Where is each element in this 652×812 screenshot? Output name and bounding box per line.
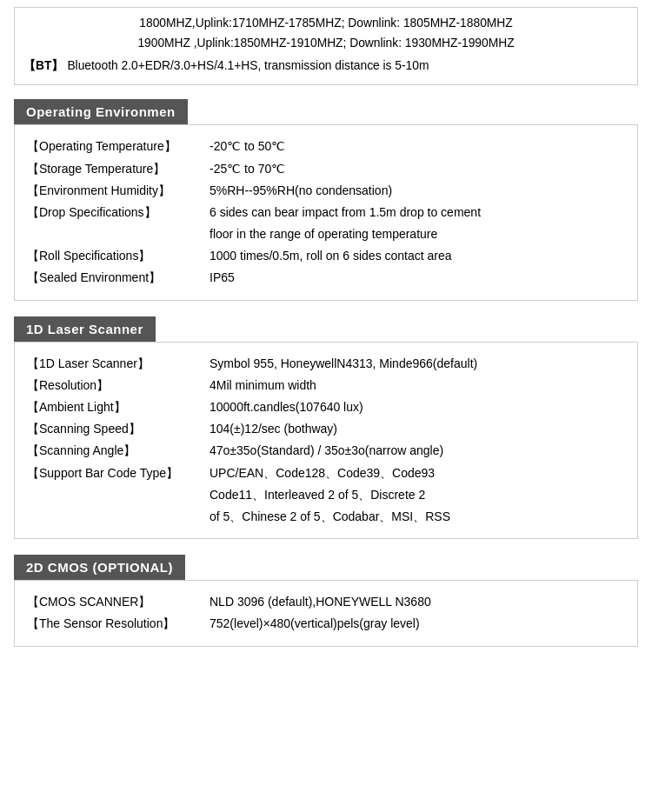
operating-env-title: Operating Environmen <box>26 104 176 119</box>
spec-value: NLD 3096 (default),HONEYWELL N3680 <box>210 591 625 613</box>
laser-scanner-section: 1D Laser Scanner 【1D Laser Scanner】 Symb… <box>14 316 638 540</box>
list-item: 【Storage Temperature】 -25℃ to 70℃ <box>27 158 625 180</box>
spec-label: 【Resolution】 <box>27 375 210 396</box>
spec-value: 10000ft.candles(107640 lux) <box>210 396 625 418</box>
list-item: 【Environment Humidity】 5%RH--95%RH(no co… <box>27 180 625 202</box>
cmos-section: 2D CMOS (OPTIONAL) 【CMOS SCANNER】 NLD 30… <box>14 555 638 646</box>
list-item: 【Scanning Speed】 104(±)12/sec (bothway) <box>27 418 625 440</box>
list-item: 【Drop Specifications】 6 sides can bear i… <box>27 202 625 223</box>
spec-value: Symbol 955, HoneywellN4313, Minde966(def… <box>210 353 625 375</box>
spec-value: UPC/EAN、Code128、Code39、Code93 <box>210 463 625 484</box>
spec-label: 【Scanning Speed】 <box>27 418 210 440</box>
spec-value: -25℃ to 70℃ <box>210 158 625 180</box>
list-item: 【1D Laser Scanner】 Symbol 955, Honeywell… <box>27 353 625 375</box>
bt-label: 【BT】 <box>23 56 63 76</box>
bt-row: 【BT】 Bluetooth 2.0+EDR/3.0+HS/4.1+HS, tr… <box>23 56 629 76</box>
spec-value: -20℃ to 50℃ <box>210 136 625 157</box>
spec-label: 【Environment Humidity】 <box>27 180 210 202</box>
spec-label: 【Ambient Light】 <box>27 396 210 418</box>
list-item: 【Resolution】 4Mil minimum width <box>27 375 625 396</box>
cmos-title: 2D CMOS (OPTIONAL) <box>26 560 173 575</box>
spec-continuation: of 5、Chinese 2 of 5、Codabar、MSI、RSS <box>210 506 625 528</box>
spec-continuation: Code11、Interleaved 2 of 5、Discrete 2 <box>210 484 625 506</box>
spec-value: 752(level)×480(vertical)pels(gray level) <box>210 613 625 635</box>
spec-label: 【CMOS SCANNER】 <box>27 591 210 613</box>
spec-value: 4Mil minimum width <box>210 375 625 396</box>
spec-label: 【Storage Temperature】 <box>27 158 210 180</box>
laser-scanner-title: 1D Laser Scanner <box>26 322 143 336</box>
spec-label: 【Scanning Angle】 <box>27 440 210 462</box>
list-item: 【Sealed Environment】 IP65 <box>27 267 625 289</box>
spec-label: 【Operating Temperature】 <box>27 136 210 157</box>
spec-label: 【Roll Specifications】 <box>27 245 210 267</box>
spec-value: 47o±35o(Standard) / 35o±3o(narrow angle) <box>210 440 625 462</box>
bt-value: Bluetooth 2.0+EDR/3.0+HS/4.1+HS, transmi… <box>67 56 429 76</box>
spec-label: 【1D Laser Scanner】 <box>27 353 210 375</box>
spec-value: 1000 times/0.5m, roll on 6 sides contact… <box>210 245 625 267</box>
spec-label: 【Sealed Environment】 <box>27 267 210 289</box>
operating-env-content: 【Operating Temperature】 -20℃ to 50℃ 【Sto… <box>14 124 638 300</box>
spec-continuation: floor in the range of operating temperat… <box>210 223 625 245</box>
list-item: 【Ambient Light】 10000ft.candles(107640 l… <box>27 396 625 418</box>
list-item: 【The Sensor Resolution】 752(level)×480(v… <box>27 613 625 635</box>
spec-value: 5%RH--95%RH(no condensation) <box>210 180 625 202</box>
cmos-header: 2D CMOS (OPTIONAL) <box>14 555 185 580</box>
operating-env-header: Operating Environmen <box>14 99 188 124</box>
list-item: 【CMOS SCANNER】 NLD 3096 (default),HONEYW… <box>27 591 625 613</box>
freq2-text: 1900MHZ ,Uplink:1850MHZ-1910MHZ; Downlin… <box>23 33 629 53</box>
list-item: 【Roll Specifications】 1000 times/0.5m, r… <box>27 245 625 267</box>
list-item: 【Support Bar Code Type】 UPC/EAN、Code128、… <box>27 463 625 484</box>
spec-value: 104(±)12/sec (bothway) <box>210 418 625 440</box>
spec-label: 【Drop Specifications】 <box>27 202 210 223</box>
spec-value: 6 sides can bear impact from 1.5m drop t… <box>210 202 625 223</box>
spec-label: 【Support Bar Code Type】 <box>27 463 210 484</box>
laser-scanner-header: 1D Laser Scanner <box>14 316 156 342</box>
laser-scanner-content: 【1D Laser Scanner】 Symbol 955, Honeywell… <box>14 342 638 540</box>
list-item: 【Operating Temperature】 -20℃ to 50℃ <box>27 136 625 157</box>
cmos-content: 【CMOS SCANNER】 NLD 3096 (default),HONEYW… <box>14 580 638 646</box>
frequency-section: 1800MHZ,Uplink:1710MHZ-1785MHZ; Downlink… <box>14 7 638 85</box>
freq1-text: 1800MHZ,Uplink:1710MHZ-1785MHZ; Downlink… <box>23 13 629 33</box>
list-item: 【Scanning Angle】 47o±35o(Standard) / 35o… <box>27 440 625 462</box>
spec-value: IP65 <box>210 267 625 289</box>
spec-label: 【The Sensor Resolution】 <box>27 613 210 635</box>
operating-env-section: Operating Environmen 【Operating Temperat… <box>14 99 638 300</box>
